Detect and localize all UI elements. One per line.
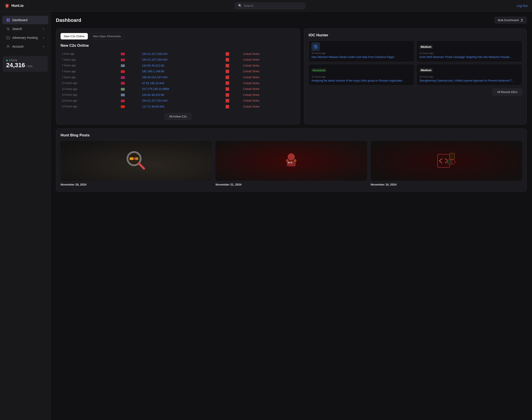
svg-point-20 bbox=[294, 159, 296, 162]
all-recent-iocs-button[interactable]: All Recent IOCs bbox=[493, 89, 522, 95]
c2-flag bbox=[120, 92, 141, 98]
ioc-headline[interactable]: Strengthening Cybersecurity: A Multi-Lay… bbox=[419, 79, 519, 83]
table-row: 13 hours ago 143.92.49.232:80 Cobalt Str… bbox=[60, 92, 295, 98]
table-row: 7 hours ago 143.92.49.221:80 Cobalt Stri… bbox=[60, 62, 295, 69]
c2-malware-name: Cobalt Strike bbox=[242, 62, 295, 69]
blog-thumbnail-3: ! bbox=[371, 141, 522, 181]
c2-time: 1 hour ago bbox=[60, 51, 120, 57]
user-icon bbox=[6, 45, 10, 48]
c2-malware-name: Cobalt Strike bbox=[242, 74, 295, 80]
ioc-headline[interactable]: New Skimmer Malware Steals Credit Card D… bbox=[311, 55, 411, 59]
stats-label: STATS bbox=[9, 59, 17, 62]
c2-flag bbox=[120, 104, 141, 109]
chevron-down-icon-2: ▾ bbox=[43, 36, 44, 39]
tab-new-c2s-online[interactable]: New C2s Online bbox=[60, 33, 88, 39]
sidebar-item-account-label: Account bbox=[12, 45, 41, 48]
c2-malware-name: Cobalt Strike bbox=[242, 98, 295, 104]
blog-card[interactable]: November 28, 2024 bbox=[60, 141, 212, 187]
search-bar[interactable]: 🔍 bbox=[235, 2, 305, 9]
svg-line-5 bbox=[9, 30, 10, 30]
c2-ip[interactable]: 107.175.145.31:8989 bbox=[141, 86, 224, 92]
layout: Dashboard Search ▾ Adversary Hunting ▾ bbox=[0, 12, 532, 420]
stats-number: 24,316 bbox=[6, 62, 25, 69]
ioc-time: 12 hours ago bbox=[311, 75, 411, 78]
svg-point-15 bbox=[288, 153, 295, 160]
c2-malware-icon bbox=[224, 51, 242, 57]
sidebar-item-search[interactable]: Search ▾ bbox=[2, 25, 48, 33]
c2-ip[interactable]: 117.72.39.83:443 bbox=[141, 104, 224, 109]
sidebar-item-dashboard[interactable]: Dashboard bbox=[2, 16, 48, 24]
c2-ip[interactable]: 47.92.195.16:443 bbox=[141, 80, 224, 86]
c2-malware-name: Cobalt Strike bbox=[242, 86, 295, 92]
ioc-headline[interactable]: Analyzing the attack scheme of the Angry… bbox=[311, 79, 411, 83]
c2-ip[interactable]: 154.31.227.251:443 bbox=[141, 98, 224, 104]
ioc-item[interactable]: Medium 15 hours ago Strengthening Cybers… bbox=[417, 64, 522, 86]
c2-time: 13 hours ago bbox=[60, 98, 120, 104]
svg-rect-16 bbox=[287, 161, 296, 166]
ioc-source-logo: Medium bbox=[419, 67, 519, 74]
ioc-source-logo: SecureList bbox=[311, 67, 411, 74]
c2-ip[interactable]: 154.31.227.235:443 bbox=[141, 51, 224, 57]
c2-time: 11 hours ago bbox=[60, 86, 120, 92]
main-content: Dashboard Bulk Enrichment New C2s Online… bbox=[51, 12, 532, 420]
ioc-item[interactable]: Medium 11 hours ago Arctic Wolf Observes… bbox=[417, 41, 522, 62]
logout-button[interactable]: Log Out bbox=[517, 4, 528, 7]
svg-rect-23 bbox=[450, 153, 455, 159]
search-sidebar-icon bbox=[6, 27, 10, 31]
app-name: Hunt.io bbox=[12, 4, 24, 8]
bulk-enrichment-button[interactable]: Bulk Enrichment bbox=[495, 17, 527, 24]
code-illustration: ! bbox=[433, 148, 460, 174]
table-row: 1 hour ago 154.31.227.235:443 Cobalt Str… bbox=[60, 51, 295, 57]
c2-ip[interactable]: 195.49.213.187:443 bbox=[141, 74, 224, 80]
upload-icon bbox=[520, 19, 523, 22]
c2-malware-name: Cobalt Strike bbox=[242, 80, 295, 86]
ioc-item[interactable]: 10 hours ago New Skimmer Malware Steals … bbox=[308, 41, 414, 62]
c2-malware-icon bbox=[224, 57, 242, 63]
c2-time: 7 hours ago bbox=[60, 62, 120, 69]
c2-ip[interactable]: 143.92.49.221:80 bbox=[141, 62, 224, 69]
sidebar-item-adversary-label: Adversary Hunting bbox=[12, 36, 41, 39]
c2-malware-icon bbox=[224, 86, 242, 92]
svg-rect-1 bbox=[8, 18, 10, 20]
table-row: 11 hours ago 47.92.195.16:443 Cobalt Str… bbox=[60, 80, 295, 86]
stats-online-dot bbox=[6, 60, 8, 61]
c2-malware-name: Cobalt Strike bbox=[242, 69, 295, 75]
ioc-source-logo bbox=[311, 44, 411, 50]
chevron-down-icon-3: ▾ bbox=[43, 45, 44, 48]
ioc-headline[interactable]: Arctic Wolf Observes Threat Campaign Tar… bbox=[419, 55, 519, 59]
c2-ip[interactable]: 154.31.227.250:443 bbox=[141, 57, 224, 63]
table-row: 7 hours ago 182.160.1.146:80 Cobalt Stri… bbox=[60, 69, 295, 75]
c2-flag bbox=[120, 80, 141, 86]
svg-text:!: ! bbox=[452, 161, 453, 163]
c2-ip[interactable]: 182.160.1.146:80 bbox=[141, 69, 224, 75]
c2-flag bbox=[120, 69, 141, 75]
ioc-source-logo: Medium bbox=[419, 44, 519, 50]
c2-malware-icon bbox=[224, 62, 242, 69]
c2-tabs: New C2s Online New Open Directories bbox=[60, 33, 295, 39]
cards-row: New C2s Online New Open Directories New … bbox=[56, 29, 527, 124]
sidebar-item-dashboard-label: Dashboard bbox=[12, 18, 44, 22]
hacker-illustration bbox=[278, 148, 304, 174]
ioc-time: 15 hours ago bbox=[419, 75, 519, 78]
blog-card[interactable]: ! November 19, 2024 bbox=[371, 141, 522, 187]
ioc-source-logo-medium: Medium bbox=[419, 68, 433, 72]
all-active-c2s-button[interactable]: All Active C2s bbox=[165, 113, 191, 120]
sidebar-item-adversary-hunting[interactable]: Adversary Hunting ▾ bbox=[2, 33, 48, 42]
sidebar-item-account[interactable]: Account ▾ bbox=[2, 42, 48, 51]
logo-icon bbox=[4, 3, 10, 8]
tab-open-directories[interactable]: New Open Directories bbox=[90, 33, 124, 39]
page-title: Dashboard bbox=[56, 17, 81, 23]
c2-flag bbox=[120, 57, 141, 63]
sidebar-item-search-label: Search bbox=[12, 27, 41, 31]
c2-time: 7 hours ago bbox=[60, 74, 120, 80]
ioc-item[interactable]: SecureList 12 hours ago Analyzing the at… bbox=[308, 64, 414, 86]
blog-card[interactable]: November 21, 2024 bbox=[215, 141, 367, 187]
c2-card: New C2s Online New Open Directories New … bbox=[56, 29, 300, 124]
ioc-source-logo-csne bbox=[311, 43, 320, 51]
stats-widget: STATS 24,316 / sec. bbox=[3, 56, 48, 72]
c2-ip[interactable]: 143.92.49.232:80 bbox=[141, 92, 224, 98]
folder-icon bbox=[6, 36, 10, 40]
search-input[interactable] bbox=[244, 4, 302, 7]
svg-point-13 bbox=[133, 157, 135, 160]
ioc-time: 10 hours ago bbox=[311, 52, 411, 54]
